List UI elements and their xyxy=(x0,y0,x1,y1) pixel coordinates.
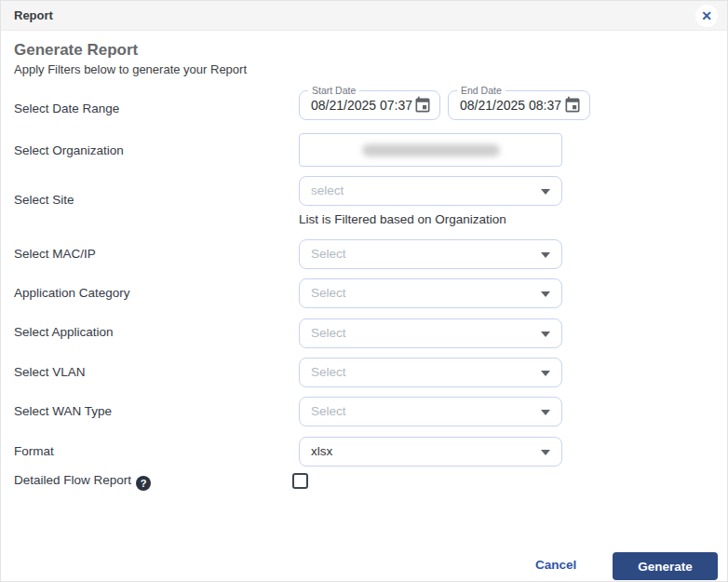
mac-ip-select-placeholder: Select xyxy=(311,240,346,268)
chevron-down-icon xyxy=(541,410,550,415)
help-icon[interactable]: ? xyxy=(136,476,151,491)
mac-ip-label: Select MAC/IP xyxy=(14,247,96,262)
app-category-select[interactable]: Select xyxy=(299,278,562,308)
vlan-label: Select VLAN xyxy=(14,365,86,380)
chevron-down-icon xyxy=(541,189,550,195)
detailed-flow-report-label-text: Detailed Flow Report xyxy=(14,473,131,487)
dialog-title: Report xyxy=(14,1,53,31)
format-select[interactable]: xlsx xyxy=(299,437,562,467)
wan-type-select-placeholder: Select xyxy=(311,398,346,426)
chevron-down-icon xyxy=(541,252,550,258)
calendar-icon[interactable] xyxy=(413,96,432,115)
start-date-field[interactable]: Start Date 08/21/2025 07:37 xyxy=(299,90,440,120)
date-range-label: Select Date Range xyxy=(14,102,119,116)
mac-ip-select[interactable]: Select xyxy=(299,239,562,269)
chevron-down-icon xyxy=(541,332,550,337)
site-select-placeholder: select xyxy=(311,177,344,205)
format-label: Format xyxy=(14,444,54,459)
generate-button[interactable]: Generate xyxy=(613,552,718,580)
vlan-select-placeholder: Select xyxy=(311,359,346,386)
cancel-button[interactable]: Cancel xyxy=(535,558,576,572)
detailed-flow-report-checkbox[interactable] xyxy=(292,473,308,489)
site-label: Select Site xyxy=(14,193,74,208)
calendar-icon[interactable] xyxy=(563,96,582,115)
dialog-header: Report ✕ xyxy=(1,1,727,31)
format-select-value: xlsx xyxy=(311,438,332,466)
organization-redacted-value xyxy=(362,144,500,156)
page-title: Generate Report xyxy=(14,41,138,60)
detailed-flow-report-label: Detailed Flow Report? xyxy=(14,473,151,491)
application-select-placeholder: Select xyxy=(311,319,346,347)
end-date-field[interactable]: End Date 08/21/2025 08:37 xyxy=(448,90,590,120)
wan-type-select[interactable]: Select xyxy=(299,397,562,426)
vlan-select[interactable]: Select xyxy=(299,358,562,387)
organization-label: Select Organization xyxy=(14,143,124,158)
chevron-down-icon xyxy=(541,371,550,376)
chevron-down-icon xyxy=(541,450,550,455)
page-subtitle: Apply Filters below to generate your Rep… xyxy=(14,62,247,76)
application-label: Select Application xyxy=(14,325,114,340)
site-helper-text: List is Filtered based on Organization xyxy=(299,212,506,226)
report-dialog: Report ✕ Generate Report Apply Filters b… xyxy=(0,0,728,582)
organization-input[interactable] xyxy=(299,133,562,167)
wan-type-label: Select WAN Type xyxy=(14,404,112,419)
close-icon[interactable]: ✕ xyxy=(695,5,718,27)
end-date-value[interactable]: 08/21/2025 08:37 xyxy=(460,91,561,119)
chevron-down-icon xyxy=(541,291,550,297)
site-select[interactable]: select xyxy=(299,176,562,206)
app-category-label: Application Category xyxy=(14,286,130,301)
start-date-value[interactable]: 08/21/2025 07:37 xyxy=(311,91,412,119)
app-category-select-placeholder: Select xyxy=(311,279,346,307)
application-select[interactable]: Select xyxy=(299,318,562,348)
